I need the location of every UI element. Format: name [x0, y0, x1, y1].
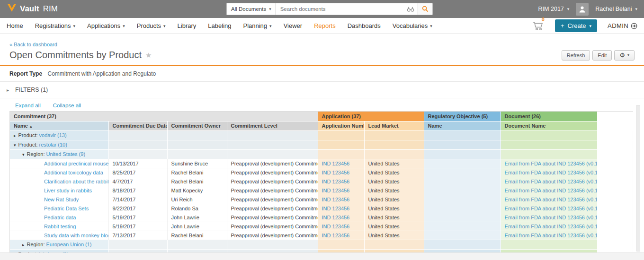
- column-header[interactable]: Document Name: [501, 121, 597, 130]
- search-button[interactable]: [418, 3, 433, 15]
- commitment-link[interactable]: Clarification about the rabbit data: [44, 179, 108, 184]
- column-header[interactable]: Name▴: [10, 121, 108, 130]
- document-link[interactable]: Email from FDA about IND 123456 (v0.1): [505, 215, 598, 220]
- document-link[interactable]: Email from FDA about IND 123456 (v0.1): [505, 161, 598, 166]
- nav-item-applications[interactable]: Applications▾: [87, 22, 125, 29]
- column-header[interactable]: Commitment Due Date: [108, 121, 167, 130]
- document-link[interactable]: Email from FDA about IND 123456 (v0.1): [505, 206, 598, 211]
- search-icon: [422, 6, 429, 12]
- expand-all-link[interactable]: Expand all: [15, 103, 41, 108]
- expanded-triangle-icon[interactable]: ▾: [14, 143, 16, 147]
- commitment-link[interactable]: Study data with monkey blood: [44, 233, 108, 238]
- column-header[interactable]: Application Number: [318, 121, 364, 130]
- search-scope-label: All Documents: [231, 6, 266, 12]
- nav-item-label: Products: [137, 22, 161, 29]
- nav-item-vocabularies[interactable]: Vocabularies▾: [393, 22, 432, 29]
- avatar[interactable]: [576, 3, 589, 16]
- application-link[interactable]: IND 123456: [322, 188, 350, 193]
- commitment-link[interactable]: Liver study in rabbits: [44, 188, 92, 193]
- column-header-label: Commitment Level: [231, 123, 277, 129]
- chevron-down-icon: ▾: [73, 24, 76, 28]
- application-link[interactable]: IND 123456: [322, 170, 350, 175]
- document-link[interactable]: Email from FDA about IND 123456 (v0.1): [505, 233, 598, 238]
- application-link[interactable]: IND 123456: [322, 215, 350, 220]
- actions-gear-button[interactable]: ⚙ ▾: [614, 50, 635, 61]
- nav-item-planning[interactable]: Planning▾: [243, 22, 271, 29]
- group-prefix: Product:: [18, 132, 39, 138]
- column-header[interactable]: Name: [424, 121, 501, 130]
- search-input[interactable]: [276, 3, 418, 15]
- document-link[interactable]: Email from FDA about IND 123456 (v0.1): [505, 197, 598, 202]
- refresh-button[interactable]: Refresh: [562, 50, 590, 61]
- column-header[interactable]: Commitment Owner: [167, 121, 227, 130]
- commitment-link[interactable]: Pediatric data: [44, 215, 76, 220]
- group-link[interactable]: European Union (1): [46, 242, 92, 247]
- admin-link[interactable]: ADMIN: [608, 22, 637, 29]
- report-type-value: Commitment with Application and Regulato: [47, 70, 156, 77]
- application-link[interactable]: IND 123456: [322, 233, 350, 238]
- commitment-link[interactable]: Pediatric Data Sets: [44, 206, 89, 211]
- cart-button[interactable]: 0: [532, 19, 545, 33]
- group-link[interactable]: restolar (10): [39, 142, 67, 147]
- report-table-wrap: Commitment (37)Application (37)Regulator…: [9, 111, 633, 260]
- group-link[interactable]: United States (9): [46, 151, 86, 157]
- user-menu[interactable]: Rachel Belani ▾: [595, 6, 637, 12]
- document-name-cell: Email from FDA about IND 123456 (v0.1): [501, 177, 597, 186]
- nav-item-library[interactable]: Library: [178, 22, 197, 29]
- vault-selector[interactable]: RIM 2017 ▾: [538, 6, 570, 12]
- document-link[interactable]: Email from FDA about IND 123456 (v0.1): [505, 179, 598, 184]
- owner-cell: Rolando Sa: [167, 204, 227, 213]
- commitment-link[interactable]: Rabbit testing: [44, 224, 76, 229]
- expanded-triangle-icon[interactable]: ▾: [22, 152, 25, 157]
- application-link[interactable]: IND 123456: [322, 224, 350, 229]
- favorite-star-icon[interactable]: ★: [145, 51, 152, 60]
- group-prefix: Product:: [18, 142, 39, 147]
- create-button[interactable]: + Create ▾: [555, 19, 597, 32]
- vault-rim-logo[interactable]: Vault RIM: [7, 3, 58, 15]
- application-link[interactable]: IND 123456: [322, 197, 350, 202]
- document-link[interactable]: Email from FDA about IND 123456 (v0.1): [505, 170, 598, 175]
- lead-market-cell: United States: [364, 168, 424, 177]
- nav-item-products[interactable]: Products▾: [137, 22, 166, 29]
- commitment-link[interactable]: New Rat Study: [44, 197, 79, 202]
- sort-ascending-icon: ▴: [30, 124, 32, 129]
- application-link[interactable]: IND 123456: [322, 179, 350, 184]
- search-scope-dropdown[interactable]: All Documents ▾: [226, 3, 276, 15]
- collapsed-triangle-icon[interactable]: ▸: [14, 133, 16, 138]
- document-link[interactable]: Email from FDA about IND 123456 (v0.1): [505, 224, 598, 229]
- nav-item-reports[interactable]: Reports: [314, 22, 336, 29]
- document-link[interactable]: Email from FDA about IND 123456 (v0.1): [505, 188, 598, 193]
- column-header[interactable]: Lead Market: [364, 121, 424, 130]
- nav-item-label: Applications: [87, 22, 120, 29]
- group-prefix: Region:: [27, 151, 46, 157]
- nav-item-registrations[interactable]: Registrations▾: [35, 22, 75, 29]
- lead-market-cell: United States: [364, 222, 424, 231]
- application-link[interactable]: IND 123456: [322, 206, 350, 211]
- commitment-link[interactable]: Additional preclinical mouse data: [44, 161, 108, 166]
- nav-item-labeling[interactable]: Labeling: [208, 22, 231, 29]
- commitment-link[interactable]: Additional toxicology data: [44, 170, 103, 175]
- commitment-name-cell: Additional preclinical mouse data: [10, 159, 108, 168]
- column-header-row: Name▴Commitment Due DateCommitment Owner…: [10, 121, 633, 130]
- group-link[interactable]: vodavir (13): [39, 132, 67, 138]
- objective-name-cell: [424, 177, 501, 186]
- nav-item-viewer[interactable]: Viewer: [284, 22, 303, 29]
- collapsed-triangle-icon[interactable]: ▸: [22, 243, 25, 247]
- chevron-down-icon: ▾: [567, 7, 570, 11]
- nav-item-home[interactable]: Home: [7, 22, 23, 29]
- table-scrollbar[interactable]: [636, 105, 640, 251]
- application-number-cell: IND 123456: [318, 186, 364, 195]
- owner-cell: Matt Kopecky: [167, 186, 227, 195]
- collapse-all-link[interactable]: Collapse all: [53, 103, 81, 108]
- application-link[interactable]: IND 123456: [322, 161, 350, 166]
- back-to-dashboard-link[interactable]: « Back to dashboard: [9, 42, 57, 47]
- group-name-cell: ▸Region: European Union (1): [10, 240, 108, 249]
- filters-toggle[interactable]: ▸ FILTERS (1): [0, 82, 644, 98]
- owner-cell: John Lawrie: [167, 213, 227, 222]
- edit-button[interactable]: Edit: [592, 50, 612, 61]
- binoculars-icon[interactable]: [407, 6, 414, 14]
- column-header[interactable]: Commitment Level: [227, 121, 318, 130]
- nav-item-dashboards[interactable]: Dashboards: [348, 22, 381, 29]
- document-name-cell: Email from FDA about IND 123456 (v0.1): [501, 186, 597, 195]
- app-window: Vault RIM All Documents ▾: [0, 0, 644, 260]
